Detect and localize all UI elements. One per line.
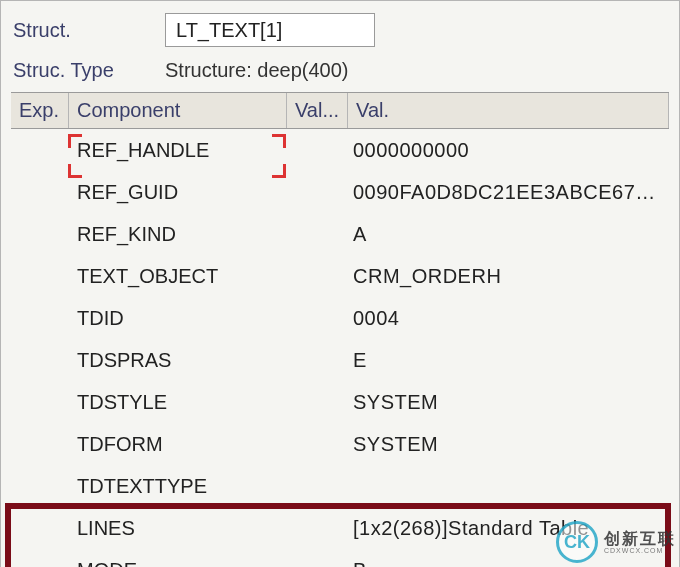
col-header-val[interactable]: Val. xyxy=(348,93,669,128)
component-cell: REF_KIND xyxy=(69,217,287,252)
component-cell: TEXT_OBJECT xyxy=(69,259,287,294)
struct-type-label: Struc. Type xyxy=(13,59,153,82)
grid-body: REF_HANDLE0000000000REF_GUID0090FA0D8DC2… xyxy=(11,129,669,567)
expand-cell[interactable] xyxy=(11,354,69,366)
table-row[interactable]: REF_KINDA xyxy=(11,213,669,255)
val-cell: A xyxy=(345,217,669,252)
table-row[interactable]: LINES[1x2(268)]Standard Table xyxy=(11,507,669,549)
val-short-cell xyxy=(287,396,345,408)
component-grid: Exp. Component Val... Val. REF_HANDLE000… xyxy=(11,92,669,567)
grid-header: Exp. Component Val... Val. xyxy=(11,93,669,129)
val-cell xyxy=(345,480,669,492)
expand-cell[interactable] xyxy=(11,144,69,156)
struct-input[interactable] xyxy=(165,13,375,47)
val-cell: CRM_ORDERH xyxy=(345,259,669,294)
struct-label: Struct. xyxy=(13,19,153,42)
table-row[interactable]: TDFORMSYSTEM xyxy=(11,423,669,465)
table-row[interactable]: REF_GUID0090FA0D8DC21EE3ABCE672A... xyxy=(11,171,669,213)
val-cell: 0090FA0D8DC21EE3ABCE672A... xyxy=(345,175,669,210)
expand-cell[interactable] xyxy=(11,270,69,282)
val-cell: SYSTEM xyxy=(345,427,669,462)
component-cell: TDSTYLE xyxy=(69,385,287,420)
expand-cell[interactable] xyxy=(11,438,69,450)
col-header-exp[interactable]: Exp. xyxy=(11,93,69,128)
val-short-cell xyxy=(287,270,345,282)
struct-row: Struct. xyxy=(11,9,669,55)
expand-cell[interactable] xyxy=(11,522,69,534)
component-cell: MODE xyxy=(69,553,287,568)
table-row[interactable]: TEXT_OBJECTCRM_ORDERH xyxy=(11,255,669,297)
val-short-cell xyxy=(287,144,345,156)
component-cell: TDID xyxy=(69,301,287,336)
val-short-cell xyxy=(287,480,345,492)
col-header-component[interactable]: Component xyxy=(69,93,287,128)
component-cell: TDTEXTTYPE xyxy=(69,469,287,504)
table-row[interactable]: TDID0004 xyxy=(11,297,669,339)
expand-cell[interactable] xyxy=(11,228,69,240)
expand-cell[interactable] xyxy=(11,312,69,324)
table-row[interactable]: TDSTYLESYSTEM xyxy=(11,381,669,423)
val-short-cell xyxy=(287,438,345,450)
val-short-cell xyxy=(287,522,345,534)
val-cell: SYSTEM xyxy=(345,385,669,420)
table-row[interactable]: REF_HANDLE0000000000 xyxy=(11,129,669,171)
col-header-val-short[interactable]: Val... xyxy=(287,93,348,128)
expand-cell[interactable] xyxy=(11,480,69,492)
val-short-cell xyxy=(287,186,345,198)
val-short-cell xyxy=(287,354,345,366)
table-row[interactable]: MODEB xyxy=(11,549,669,567)
val-short-cell xyxy=(287,228,345,240)
component-cell: TDFORM xyxy=(69,427,287,462)
val-short-cell xyxy=(287,312,345,324)
val-cell: 0000000000 xyxy=(345,133,669,168)
table-row[interactable]: TDSPRASE xyxy=(11,339,669,381)
table-row[interactable]: TDTEXTTYPE xyxy=(11,465,669,507)
component-cell: REF_HANDLE xyxy=(69,133,287,168)
component-cell: TDSPRAS xyxy=(69,343,287,378)
debugger-panel: Struct. Struc. Type Structure: deep(400)… xyxy=(0,0,680,567)
val-cell: 0004 xyxy=(345,301,669,336)
struct-type-row: Struc. Type Structure: deep(400) xyxy=(11,55,669,92)
component-cell: REF_GUID xyxy=(69,175,287,210)
component-cell: LINES xyxy=(69,511,287,546)
val-cell: B xyxy=(345,553,669,568)
struct-type-value: Structure: deep(400) xyxy=(165,59,348,82)
expand-cell[interactable] xyxy=(11,186,69,198)
val-cell: E xyxy=(345,343,669,378)
val-cell: [1x2(268)]Standard Table xyxy=(345,511,669,546)
expand-cell[interactable] xyxy=(11,396,69,408)
